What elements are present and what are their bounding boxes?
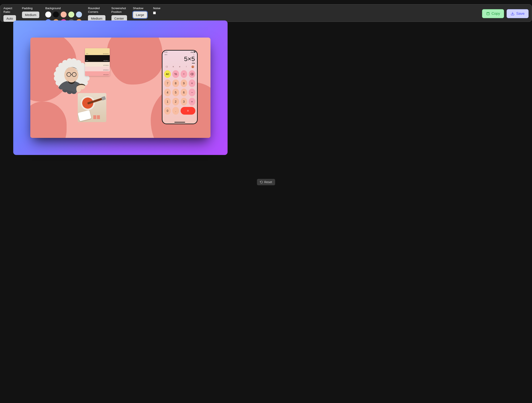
calc-key-digit[interactable]: . bbox=[172, 107, 179, 115]
background-swatch[interactable] bbox=[45, 12, 51, 18]
bg-blob bbox=[107, 38, 163, 85]
noise-control: Noise bbox=[153, 7, 161, 14]
palette-shade: 900 bbox=[86, 60, 88, 61]
noise-label: Noise bbox=[153, 7, 161, 10]
calc-func-key[interactable]: e bbox=[177, 66, 182, 68]
palette-hex: #F7E5D5 bbox=[103, 65, 109, 66]
preview-canvas: 400#FADEAD900#201B1A#F7E5D5#F8DBD9#FAA2A… bbox=[13, 20, 228, 155]
background-swatch[interactable] bbox=[53, 12, 59, 18]
padding-control: Padding Medium bbox=[22, 7, 39, 18]
shadow-selector[interactable]: Large bbox=[133, 12, 147, 18]
phone-mockup: 12:00 DEG ⋮ 5×5 ( )πe! AC%÷789×456−123+ bbox=[162, 50, 198, 124]
calc-keypad: AC%÷789×456−123+0.= bbox=[162, 69, 197, 117]
toolbar: Aspect Ratio Auto Padding Medium Backgro… bbox=[0, 4, 266, 22]
calc-mode: DEG bbox=[165, 54, 167, 55]
calc-key-digit[interactable]: 6 bbox=[181, 88, 187, 96]
expand-icon[interactable] bbox=[191, 66, 194, 68]
calc-key-digit[interactable]: 7 bbox=[164, 79, 171, 87]
reset-button-label: Reset bbox=[264, 180, 266, 184]
calc-key-digit[interactable]: 2 bbox=[172, 98, 179, 106]
palette-row: #F7E5D5 bbox=[85, 62, 110, 67]
rounded-corners-control: Rounded Corners Medium bbox=[88, 7, 105, 22]
padding-selector[interactable]: Medium bbox=[22, 12, 39, 18]
shadow-control: Shadow Large bbox=[133, 7, 147, 18]
calculator-display: DEG ⋮ 5×5 bbox=[162, 53, 197, 65]
aspect-ratio-selector[interactable]: Auto bbox=[3, 15, 16, 22]
palette-row: #F8DBD9 bbox=[85, 67, 110, 71]
calc-func-row: ( )πe! bbox=[162, 65, 197, 69]
palette-row: 400#FADEAD bbox=[85, 48, 110, 55]
calc-key-digit[interactable]: 4 bbox=[164, 88, 171, 96]
shadow-label: Shadow bbox=[133, 7, 147, 10]
aspect-ratio-label: Aspect Ratio bbox=[3, 7, 16, 14]
calc-key-operator[interactable]: × bbox=[189, 79, 195, 87]
background-swatch[interactable] bbox=[76, 12, 82, 18]
reset-icon bbox=[260, 181, 263, 183]
calc-key-digit[interactable]: 8 bbox=[172, 79, 179, 87]
battery-icon bbox=[194, 51, 195, 52]
noise-checkbox[interactable] bbox=[153, 12, 156, 14]
background-swatch[interactable] bbox=[61, 12, 67, 18]
calc-key-digit[interactable]: 1 bbox=[164, 98, 171, 106]
color-palette-card: 400#FADEAD900#201B1A#F7E5D5#F8DBD9#FAA2A… bbox=[85, 48, 110, 76]
background-swatch[interactable] bbox=[68, 12, 74, 18]
calc-key-equals[interactable]: = bbox=[181, 107, 196, 115]
palette-row: 900#201B1A bbox=[85, 55, 110, 62]
calc-key-clear[interactable]: AC bbox=[164, 70, 171, 78]
calc-expression: 5×5 bbox=[184, 55, 195, 63]
backspace-icon bbox=[190, 73, 193, 76]
calc-key-delete[interactable] bbox=[189, 70, 195, 78]
calc-func-key[interactable]: π bbox=[171, 66, 176, 68]
palette-shade: 400 bbox=[86, 53, 88, 54]
background-label: Background bbox=[45, 7, 82, 10]
phone-statusbar: 12:00 bbox=[162, 50, 197, 53]
bg-blob bbox=[30, 102, 67, 138]
desk-photo bbox=[78, 93, 106, 122]
palette-hex: #F8DBD9 bbox=[103, 69, 109, 71]
calc-key-operator[interactable]: + bbox=[189, 98, 195, 106]
calc-key-digit[interactable]: 0 bbox=[164, 107, 171, 115]
calc-key-digit[interactable]: 9 bbox=[181, 79, 187, 87]
palette-hex: #201B1A bbox=[104, 60, 109, 61]
rounded-corners-label: Rounded Corners bbox=[88, 7, 105, 14]
calc-key-digit[interactable]: 5 bbox=[172, 88, 179, 96]
position-label: Screenshot Position bbox=[111, 7, 127, 14]
calc-func-key[interactable]: ( ) bbox=[164, 66, 169, 68]
calc-key-digit[interactable]: 3 bbox=[181, 98, 187, 106]
screenshot-preview[interactable]: 400#FADEAD900#201B1A#F7E5D5#F8DBD9#FAA2A… bbox=[30, 38, 210, 138]
palette-hex: #FADEAD bbox=[103, 53, 109, 54]
calc-key-operator[interactable]: ÷ bbox=[181, 70, 187, 78]
calc-key-operator[interactable]: % bbox=[172, 70, 179, 78]
position-control: Screenshot Position Center bbox=[111, 7, 127, 22]
aspect-ratio-control: Aspect Ratio Auto bbox=[3, 7, 16, 22]
calc-key-operator[interactable]: − bbox=[189, 88, 195, 96]
palette-hex: #FAA2A4 bbox=[103, 74, 109, 75]
padding-label: Padding bbox=[22, 7, 39, 10]
palette-row: #FAA2A4 bbox=[85, 71, 110, 76]
calc-func-key[interactable]: ! bbox=[184, 66, 189, 68]
reset-button[interactable]: Reset bbox=[257, 179, 266, 185]
home-indicator bbox=[174, 122, 185, 123]
